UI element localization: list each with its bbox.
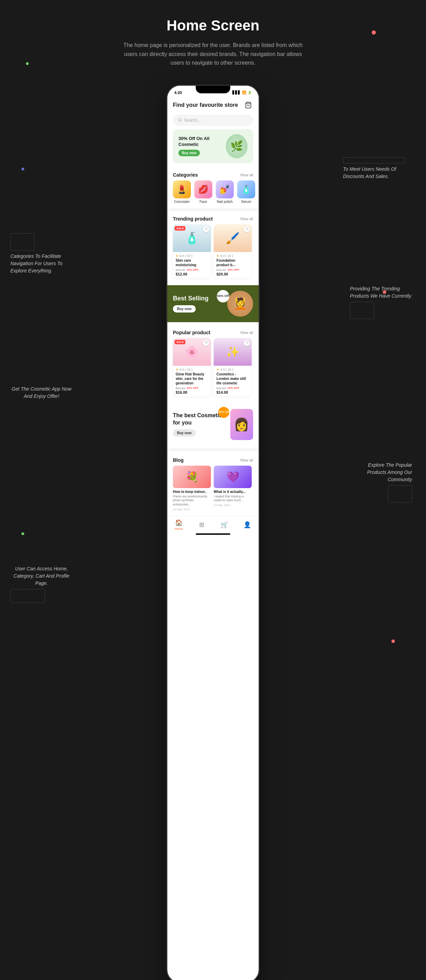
- popular-product-1-image: 🌸 SALE ♡: [173, 338, 211, 366]
- best-selling-image: 💆: [227, 291, 253, 317]
- face-icon: 💋: [194, 180, 212, 199]
- pop-rating-1: 4.3: [179, 368, 184, 371]
- phone-wrapper: To Meet Users Needs Of Discounts And Sal…: [0, 85, 426, 980]
- pop-product-name-1: Glow Hub Beauty skin_care for the genera…: [176, 372, 208, 385]
- blog-title: Blog: [173, 457, 183, 463]
- nail-polish-label: Nail polish: [217, 200, 233, 204]
- banner-card[interactable]: 30% Off On All Cosmetic Buy now 🌿: [173, 129, 253, 163]
- pop-star-icon-2: ★: [217, 368, 219, 371]
- rating-row-1: ★ 4.3 (10): [176, 254, 208, 258]
- banner-text: 30% Off On All Cosmetic Buy now: [179, 136, 226, 156]
- annotation-discounts: To Meet Users Needs Of Discounts And Sal…: [343, 157, 405, 180]
- trending-title: Trending product: [173, 216, 213, 221]
- pop-current-price-1: $16.00: [176, 390, 208, 395]
- pop-product-name-2: Cosmetics - London make still life cosme…: [217, 372, 249, 385]
- best-selling-button[interactable]: Buy now: [173, 305, 196, 312]
- product-2-image: 🖌️ ♡: [214, 224, 252, 252]
- star-icon-2: ★: [217, 254, 219, 258]
- app-header: Find your favourite store: [168, 96, 258, 113]
- blog-title-2: What is it actually...: [214, 490, 252, 494]
- popular-view-all[interactable]: View all: [240, 331, 253, 335]
- status-time: 4:20: [174, 91, 182, 95]
- trending-product-1[interactable]: 🧴 SALE ♡ ★ 4.3 (10) Skin care moisturizi…: [173, 224, 211, 278]
- concealer-icon: 💄: [173, 180, 191, 199]
- blog-card-2[interactable]: 💜 What is it actually... I stated that m…: [214, 466, 252, 511]
- price-row-1: $20.00 10% OFF: [176, 268, 208, 272]
- banner-buy-button[interactable]: Buy now: [179, 150, 200, 156]
- pop-current-price-2: $14.00: [217, 390, 249, 395]
- annotation-offer: Get The Cosmetic App Now And Enjoy Offer…: [10, 385, 73, 400]
- blog-desc-2: I stated that misting is useful to raise…: [214, 495, 252, 503]
- product-name-2: Foundation product b...: [217, 258, 249, 267]
- pop-price-row-1: $10.00 10% OFF: [176, 387, 208, 390]
- divider-2: [168, 449, 258, 451]
- wifi-icon: 📶: [242, 91, 246, 94]
- pop-sale-badge-1: SALE: [175, 340, 185, 344]
- blog-view-all[interactable]: View all: [240, 458, 253, 462]
- popular-products-grid: 🌸 SALE ♡ ★ 4.3 (10) Glow Hub Beauty skin…: [168, 338, 258, 401]
- category-item-concealer[interactable]: 💄 Concealer: [173, 180, 191, 204]
- popular-product-2-info: ★ 4.3 (10) Cosmetics - London make still…: [214, 366, 252, 396]
- nav-home[interactable]: 🏠 Home: [169, 519, 188, 531]
- current-price-1: $12.00: [176, 272, 208, 276]
- popular-product-1-info: ★ 4.3 (10) Glow Hub Beauty skin_care for…: [173, 366, 211, 396]
- category-item-serum[interactable]: 🧴 Serum: [237, 180, 255, 204]
- serum-label: Serum: [241, 200, 251, 204]
- blog-desc-1: Plants are predominantly photo synthetic…: [173, 495, 211, 507]
- popular-header: Popular product View all: [168, 325, 258, 338]
- best-cosmetic-banner: The best Cosmetic for you Buy now 30% Of…: [168, 403, 258, 445]
- popular-section: Popular product View all 🌸 SALE ♡ ★ 4.3: [168, 325, 258, 401]
- pop-original-price-1: $10.00: [176, 387, 185, 390]
- category-item-face[interactable]: 💋 Face: [194, 180, 212, 204]
- product-2-info: ★ 4.3 (10) Foundation product b... $20.0…: [214, 252, 252, 278]
- best-selling-banner: Best Selling Buy now 50% Off 💆: [168, 285, 258, 322]
- best-cosmetic-button[interactable]: Buy now: [173, 430, 196, 437]
- pop-star-icon-1: ★: [176, 368, 179, 371]
- blog-date-2: 14 Sep, 2022: [214, 504, 252, 507]
- best-selling-title: Best Selling: [173, 295, 209, 302]
- banner-discount-text: 30% Off On All Cosmetic: [179, 136, 226, 148]
- header-title: Find your favourite store: [173, 102, 238, 108]
- sale-badge-1: SALE: [175, 226, 185, 231]
- home-icon: 🏠: [175, 519, 183, 527]
- annotation-categories: Categories To Facilitate Navigation For …: [10, 233, 73, 274]
- bottom-navigation: 🏠 Home ⊞ 🛒 👤: [168, 516, 258, 532]
- pop-wishlist-button-2[interactable]: ♡: [244, 340, 250, 346]
- blog-image-1: 💐: [173, 466, 211, 488]
- trending-product-2[interactable]: 🖌️ ♡ ★ 4.3 (10) Foundation product b... …: [214, 224, 252, 278]
- wishlist-button-2[interactable]: ♡: [244, 226, 250, 232]
- categories-section: Categories View all 💄 Concealer 💋 Face 💅…: [168, 167, 258, 208]
- rating-value-1: 4.3: [179, 254, 184, 258]
- wishlist-button-1[interactable]: ♡: [203, 226, 209, 232]
- product-name-1: Skin care moisturizing: [176, 258, 208, 267]
- pop-rating-row-2: ★ 4.3 (10): [217, 368, 249, 371]
- rating-row-2: ★ 4.3 (10): [217, 254, 249, 258]
- original-price-1: $20.00: [176, 268, 185, 272]
- nav-category[interactable]: ⊞: [192, 521, 211, 528]
- divider-1: [168, 208, 258, 211]
- discount-2: 15% OFF: [228, 268, 239, 271]
- nav-profile[interactable]: 👤: [238, 521, 257, 528]
- popular-product-2[interactable]: ✨ ♡ ★ 4.3 (10) Cosmetics - London make s…: [214, 338, 252, 396]
- category-item-nail-polish[interactable]: 💅 Nail polish: [216, 180, 234, 204]
- blog-section: Blog View all 💐 How to keep indoor.. Pla…: [168, 452, 258, 516]
- trending-view-all[interactable]: View all: [240, 217, 253, 221]
- best-cosmetic-badge: 30% Off: [218, 407, 229, 418]
- best-selling-badge: 50% Off: [217, 290, 229, 302]
- cart-icon-button[interactable]: [243, 100, 253, 110]
- popular-product-2-image: ✨ ♡: [214, 338, 252, 366]
- trending-section: Trending product View all 🧴 SALE ♡ ★ 4.3: [168, 211, 258, 282]
- nav-cart[interactable]: 🛒: [215, 521, 234, 528]
- svg-point-1: [179, 118, 181, 121]
- pop-wishlist-button-1[interactable]: ♡: [203, 340, 209, 346]
- annotation-trending: Providing The Trending Products We Have …: [350, 285, 412, 319]
- popular-product-1[interactable]: 🌸 SALE ♡ ★ 4.3 (10) Glow Hub Beauty skin…: [173, 338, 211, 396]
- categories-view-all[interactable]: View all: [240, 173, 253, 177]
- serum-icon: 🧴: [237, 180, 255, 199]
- blog-card-1[interactable]: 💐 How to keep indoor.. Plants are predom…: [173, 466, 211, 511]
- pop-rating-2: 4.3: [220, 368, 225, 371]
- discount-1: 10% OFF: [187, 268, 198, 271]
- product-1-info: ★ 4.3 (10) Skin care moisturizing $20.00…: [173, 252, 211, 278]
- search-placeholder: Search...: [184, 118, 201, 123]
- search-box[interactable]: Search...: [173, 115, 253, 126]
